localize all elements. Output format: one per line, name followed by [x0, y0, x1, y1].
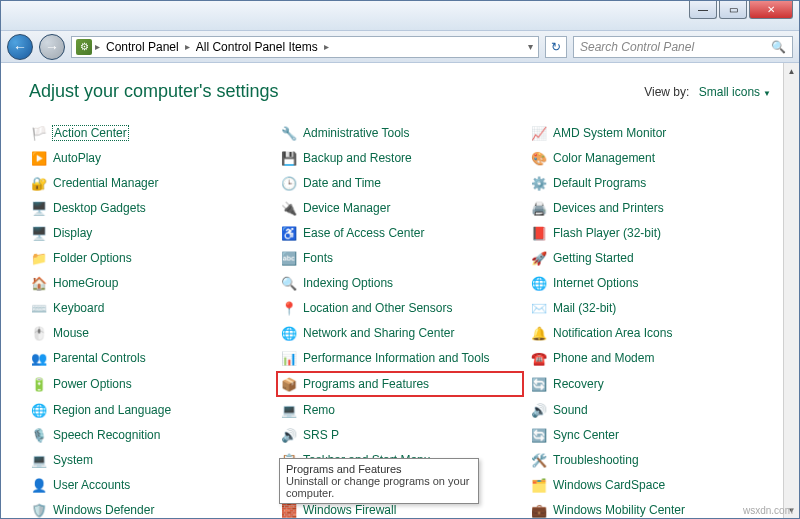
chevron-right-icon[interactable]: ▸	[184, 41, 191, 52]
item-label: Windows CardSpace	[553, 478, 665, 492]
path-dropdown-icon[interactable]: ▾	[527, 41, 534, 52]
control-panel-item[interactable]: 🌐Network and Sharing Center	[279, 324, 521, 342]
control-panel-item[interactable]: 📕Flash Player (32-bit)	[529, 224, 771, 242]
chevron-down-icon: ▼	[763, 89, 771, 98]
breadcrumb-segment[interactable]: Control Panel	[103, 39, 182, 55]
breadcrumb-segment[interactable]: All Control Panel Items	[193, 39, 321, 55]
item-label: Display	[53, 226, 92, 240]
item-label: Performance Information and Tools	[303, 351, 490, 365]
control-panel-item[interactable]: 🔌Device Manager	[279, 199, 521, 217]
content-area: Adjust your computer's settings View by:…	[1, 63, 799, 518]
item-label: User Accounts	[53, 478, 130, 492]
maximize-button[interactable]: ▭	[719, 1, 747, 19]
control-panel-item[interactable]: 🔊SRS P	[279, 426, 521, 444]
control-panel-item[interactable]: 💼Windows Mobility Center	[529, 501, 771, 518]
control-panel-item[interactable]: 👤User Accounts	[29, 476, 271, 494]
item-icon: 👥	[31, 350, 47, 366]
item-icon: 🖥️	[31, 225, 47, 241]
item-icon: 🖨️	[531, 200, 547, 216]
control-panel-item[interactable]: 🗂️Windows CardSpace	[529, 476, 771, 494]
scroll-up-icon[interactable]: ▲	[784, 63, 799, 79]
control-panel-item[interactable]: 🛠️Troubleshooting	[529, 451, 771, 469]
control-panel-item[interactable]: 🖥️Desktop Gadgets	[29, 199, 271, 217]
control-panel-item[interactable]: 🚀Getting Started	[529, 249, 771, 267]
search-icon[interactable]: 🔍	[771, 40, 786, 54]
control-panel-item[interactable]: 🕒Date and Time	[279, 174, 521, 192]
item-label: Desktop Gadgets	[53, 201, 146, 215]
control-panel-item[interactable]: 🔐Credential Manager	[29, 174, 271, 192]
control-panel-item[interactable]: 🔔Notification Area Icons	[529, 324, 771, 342]
item-icon: 🔋	[31, 376, 47, 392]
view-by-dropdown[interactable]: Small icons▼	[699, 85, 771, 99]
control-panel-item[interactable]: 📁Folder Options	[29, 249, 271, 267]
control-panel-item[interactable]: 🔧Administrative Tools	[279, 124, 521, 142]
control-panel-item[interactable]: 🔊Sound	[529, 401, 771, 419]
item-label: Device Manager	[303, 201, 390, 215]
item-label: AutoPlay	[53, 151, 101, 165]
control-panel-item[interactable]: ☎️Phone and Modem	[529, 349, 771, 367]
control-panel-item[interactable]: 🔍Indexing Options	[279, 274, 521, 292]
vertical-scrollbar[interactable]: ▲ ▼	[783, 63, 799, 518]
chevron-right-icon[interactable]: ▸	[323, 41, 330, 52]
item-icon: 📕	[531, 225, 547, 241]
control-panel-item[interactable]: 📈AMD System Monitor	[529, 124, 771, 142]
control-panel-item[interactable]: 🖥️Display	[29, 224, 271, 242]
item-icon: 🎙️	[31, 427, 47, 443]
item-label: Date and Time	[303, 176, 381, 190]
control-panel-item[interactable]: 🏳️Action Center	[29, 124, 271, 142]
control-panel-item[interactable]: 🎨Color Management	[529, 149, 771, 167]
refresh-button[interactable]: ↻	[545, 36, 567, 58]
control-panel-item[interactable]: ✉️Mail (32-bit)	[529, 299, 771, 317]
control-panel-item[interactable]: 🔄Recovery	[529, 374, 771, 394]
item-icon: 🏠	[31, 275, 47, 291]
breadcrumb-path[interactable]: ⚙ ▸ Control Panel ▸ All Control Panel It…	[71, 36, 539, 58]
back-button[interactable]: ←	[7, 34, 33, 60]
control-panel-item[interactable]: 🌐Internet Options	[529, 274, 771, 292]
page-title: Adjust your computer's settings	[29, 81, 279, 102]
item-icon: ▶️	[31, 150, 47, 166]
control-panel-icon: ⚙	[76, 39, 92, 55]
item-icon: 📁	[31, 250, 47, 266]
control-panel-item[interactable]: ⌨️Keyboard	[29, 299, 271, 317]
control-panel-item[interactable]: 🖱️Mouse	[29, 324, 271, 342]
forward-button[interactable]: →	[39, 34, 65, 60]
item-label: Credential Manager	[53, 176, 158, 190]
control-panel-item[interactable]: 🔄Sync Center	[529, 426, 771, 444]
control-panel-item[interactable]: 💻System	[29, 451, 271, 469]
control-panel-item[interactable]: 📍Location and Other Sensors	[279, 299, 521, 317]
chevron-right-icon[interactable]: ▸	[94, 41, 101, 52]
item-label: Administrative Tools	[303, 126, 410, 140]
control-panel-item[interactable]: 🖨️Devices and Printers	[529, 199, 771, 217]
item-icon: 🕒	[281, 175, 297, 191]
close-button[interactable]: ✕	[749, 1, 793, 19]
control-panel-item[interactable]: ⚙️Default Programs	[529, 174, 771, 192]
item-label: Region and Language	[53, 403, 171, 417]
tooltip: Programs and Features Uninstall or chang…	[279, 458, 479, 504]
item-label: SRS P	[303, 428, 339, 442]
control-panel-item[interactable]: 🛡️Windows Defender	[29, 501, 271, 518]
control-panel-item[interactable]: 🔋Power Options	[29, 374, 271, 394]
item-icon: 🖱️	[31, 325, 47, 341]
control-panel-item[interactable]: ♿Ease of Access Center	[279, 224, 521, 242]
item-icon: 🌐	[531, 275, 547, 291]
control-panel-item[interactable]: 👥Parental Controls	[29, 349, 271, 367]
control-panel-item[interactable]: 🌐Region and Language	[29, 401, 271, 419]
control-panel-item[interactable]: 💻Remo	[279, 401, 521, 419]
control-panel-item[interactable]: 🏠HomeGroup	[29, 274, 271, 292]
item-label: Mail (32-bit)	[553, 301, 616, 315]
item-icon: 📊	[281, 350, 297, 366]
search-input[interactable]: Search Control Panel 🔍	[573, 36, 793, 58]
control-panel-item[interactable]: 📦Programs and Features	[279, 374, 521, 394]
item-label: Devices and Printers	[553, 201, 664, 215]
control-panel-item[interactable]: ▶️AutoPlay	[29, 149, 271, 167]
address-bar: ← → ⚙ ▸ Control Panel ▸ All Control Pane…	[1, 31, 799, 63]
item-icon: 🔍	[281, 275, 297, 291]
control-panel-item[interactable]: 💾Backup and Restore	[279, 149, 521, 167]
control-panel-item[interactable]: 🎙️Speech Recognition	[29, 426, 271, 444]
item-label: Programs and Features	[303, 377, 429, 391]
item-label: Location and Other Sensors	[303, 301, 452, 315]
control-panel-item[interactable]: 📊Performance Information and Tools	[279, 349, 521, 367]
control-panel-item[interactable]: 🔤Fonts	[279, 249, 521, 267]
minimize-button[interactable]: —	[689, 1, 717, 19]
item-label: Recovery	[553, 377, 604, 391]
